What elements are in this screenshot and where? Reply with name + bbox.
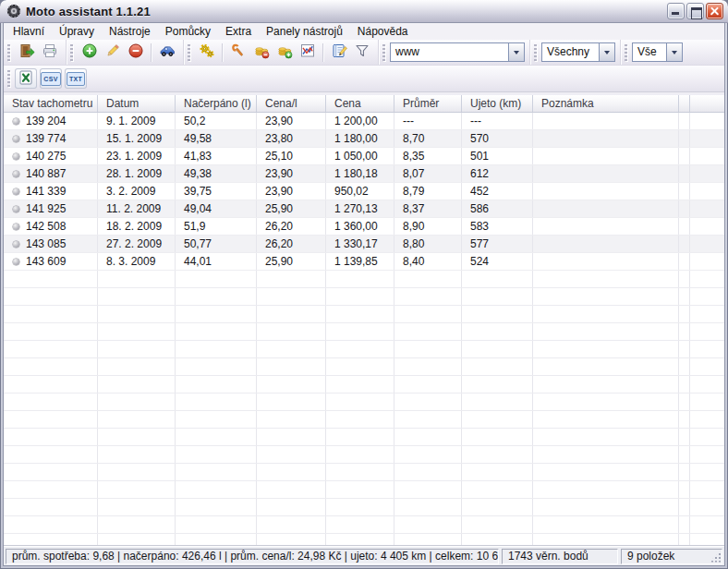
scope-combobox-value: Všechny xyxy=(542,43,599,61)
menu-item-n-stroje[interactable]: Nástroje xyxy=(102,24,158,39)
minimize-button[interactable] xyxy=(667,3,685,19)
service-button[interactable] xyxy=(226,42,249,64)
status-summary: prům. spotřeba: 9,68 | načerpáno: 426,46… xyxy=(6,549,499,564)
toolbar-separator xyxy=(222,43,223,62)
row-bullet-icon xyxy=(13,136,19,142)
row-bullet-icon xyxy=(13,224,19,230)
column-header-6[interactable]: Ujeto (km) xyxy=(462,95,533,112)
chevron-down-icon[interactable] xyxy=(666,43,682,61)
table-row[interactable]: 139 2049. 1. 200950,223,901 200,00------ xyxy=(4,113,724,130)
statistics-button[interactable] xyxy=(296,42,319,64)
table-row[interactable]: 140 27523. 1. 200941,8325,101 050,008,35… xyxy=(4,148,724,165)
print-button[interactable] xyxy=(38,42,61,64)
column-header-5[interactable]: Průměr xyxy=(394,95,462,112)
row-bullet-icon xyxy=(13,171,19,177)
table-row[interactable]: 142 50818. 2. 200951,926,201 360,008,905… xyxy=(4,218,724,236)
column-header-0[interactable]: Stav tachometru xyxy=(4,95,98,112)
toolband-tools xyxy=(184,40,379,65)
exit-button[interactable] xyxy=(15,42,38,64)
toolband-grip[interactable] xyxy=(625,44,627,61)
expenses-button[interactable] xyxy=(249,42,273,64)
txt-export-icon: TXT xyxy=(67,72,85,86)
fuel-records-table: Stav tachometruDatumNačerpáno (l)Cena/lC… xyxy=(4,95,724,546)
toolband-range: Vše xyxy=(621,40,687,65)
notes-button[interactable] xyxy=(327,42,350,64)
column-header-filler xyxy=(690,95,724,112)
window-title: Moto assistant 1.1.21 xyxy=(26,5,667,18)
car-icon xyxy=(159,42,176,62)
range-combobox[interactable]: Vše xyxy=(632,42,683,62)
toolband-grip[interactable] xyxy=(70,44,73,61)
column-header-2[interactable]: Načerpáno (l) xyxy=(176,95,257,112)
close-button[interactable] xyxy=(706,3,723,19)
menu-item-pom-cky[interactable]: Pomůcky xyxy=(158,24,218,39)
table-row[interactable]: 139 77415. 1. 200949,5823,801 180,008,70… xyxy=(4,130,724,148)
table-rows: 139 2049. 1. 200950,223,901 200,00------… xyxy=(4,113,724,271)
resize-grip[interactable] xyxy=(710,551,721,563)
table-row[interactable]: 141 3393. 2. 200939,7523,90950,028,79452 xyxy=(4,183,724,200)
maximize-button[interactable] xyxy=(686,3,704,19)
menu-item--pravy[interactable]: Úpravy xyxy=(52,24,102,39)
excel-export-icon xyxy=(18,69,34,89)
toolband-search: www xyxy=(379,40,530,65)
table-row[interactable]: 141 92511. 2. 200949,0425,901 270,138,37… xyxy=(4,200,724,218)
row-bullet-icon xyxy=(13,118,19,125)
toolbar-export: CSV TXT xyxy=(4,66,724,92)
menu-item-panely-n-stroj-[interactable]: Panely nástrojů xyxy=(259,24,350,39)
column-header-8[interactable] xyxy=(679,95,690,112)
column-header-4[interactable]: Cena xyxy=(326,95,394,112)
column-header-7[interactable]: Poznámka xyxy=(533,95,679,112)
status-loyalty-points: 1743 věrn. bodů xyxy=(502,549,618,564)
table-row[interactable]: 143 6098. 3. 200944,0125,901 139,858,405… xyxy=(4,253,724,271)
add-plus-icon xyxy=(81,42,98,62)
window-body: HlavníÚpravyNástrojePomůckyExtraPanely n… xyxy=(4,23,724,565)
filter-button[interactable] xyxy=(350,42,373,64)
menu-item-extra[interactable]: Extra xyxy=(218,24,259,39)
income-button[interactable] xyxy=(273,42,296,64)
export-txt-button[interactable]: TXT xyxy=(65,68,87,89)
menu-item-hlavn-[interactable]: Hlavní xyxy=(6,24,52,39)
table-row[interactable]: 140 88728. 1. 200949,3823,901 180,188,07… xyxy=(4,165,724,183)
range-combobox-value: Vše xyxy=(633,43,666,61)
column-header-1[interactable]: Datum xyxy=(98,95,176,112)
coins-plus-icon xyxy=(276,42,293,62)
notebook-pencil-icon xyxy=(331,42,347,62)
row-bullet-icon xyxy=(13,241,19,248)
chevron-down-icon[interactable] xyxy=(599,43,614,61)
toolband-grip[interactable] xyxy=(382,44,385,61)
gears-icon xyxy=(199,42,215,62)
toolband-grip[interactable] xyxy=(534,44,537,61)
chevron-down-icon[interactable] xyxy=(508,43,524,61)
delete-minus-icon xyxy=(127,42,144,62)
status-item-count: 9 položek xyxy=(621,549,722,564)
vehicle-button[interactable] xyxy=(155,42,178,64)
statusbar: prům. spotřeba: 9,68 | načerpáno: 426,46… xyxy=(4,546,724,565)
table-row[interactable]: 143 08527. 2. 200950,7726,201 330,178,80… xyxy=(4,236,724,253)
scope-combobox[interactable]: Všechny xyxy=(541,42,615,62)
toolband-grip[interactable] xyxy=(7,44,10,61)
add-record-button[interactable] xyxy=(78,42,101,64)
menu-item-n-pov-da[interactable]: Nápověda xyxy=(350,24,416,39)
exit-door-icon xyxy=(18,42,35,62)
filter-combobox[interactable]: www xyxy=(390,42,525,62)
settings-button[interactable] xyxy=(195,42,218,64)
table-empty-area xyxy=(4,271,724,546)
edit-record-button[interactable] xyxy=(101,42,124,64)
table-header-row: Stav tachometruDatumNačerpáno (l)Cena/lC… xyxy=(4,95,724,113)
export-csv-button[interactable]: CSV xyxy=(40,68,62,89)
delete-record-button[interactable] xyxy=(124,42,147,64)
filter-funnel-icon xyxy=(354,42,370,62)
row-bullet-icon xyxy=(13,188,19,195)
wheel-app-icon xyxy=(6,4,21,18)
export-excel-button[interactable] xyxy=(15,68,37,89)
row-bullet-icon xyxy=(13,153,19,160)
titlebar[interactable]: Moto assistant 1.1.21 xyxy=(0,0,728,23)
toolband-grip[interactable] xyxy=(188,44,190,61)
toolband-grip[interactable] xyxy=(7,70,10,87)
toolband-export: CSV TXT xyxy=(4,66,94,91)
toolbar-separator xyxy=(151,43,152,62)
column-header-3[interactable]: Cena/l xyxy=(257,95,326,112)
app-window: Moto assistant 1.1.21 HlavníÚpravyNástro… xyxy=(0,0,728,569)
row-bullet-icon xyxy=(13,206,19,212)
row-bullet-icon xyxy=(13,259,19,265)
